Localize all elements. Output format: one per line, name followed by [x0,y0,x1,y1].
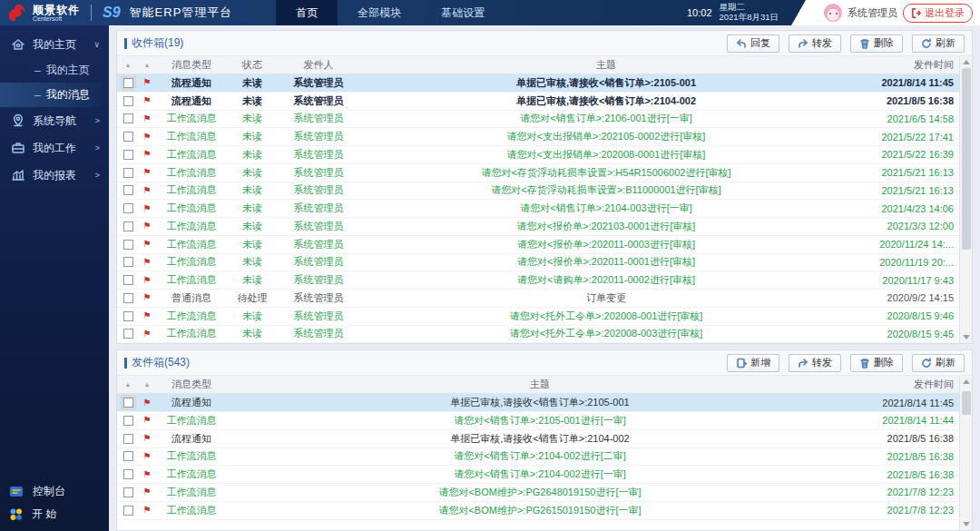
message-row[interactable]: ⚑ 工作流消息 未读 系统管理员 请您对<报价单>:202011-0001进行[… [117,254,959,272]
message-subject[interactable]: 请您对<支出报销单>:202105-0002进行[审核] [360,130,852,143]
message-subject[interactable]: 请您对<销售订单>:2104-003进行[一审] [360,202,852,215]
column-time[interactable]: 发件时间 [852,58,959,72]
scroll-thumb[interactable] [962,391,971,415]
select-all-mark[interactable]: ▲ [117,381,139,388]
message-row[interactable]: ⚑ 工作流消息 未读 系统管理员 请您对<报价单>:202103-0001进行[… [117,218,959,236]
row-checkbox[interactable] [123,469,133,479]
row-checkbox[interactable] [123,293,133,303]
tab-all-modules[interactable]: 全部模块 [338,0,421,25]
new-button[interactable]: 新增 [727,354,779,372]
message-subject[interactable]: 请您对<报价单>:202011-0001进行[审核] [360,255,852,269]
message-subject[interactable]: 单据已审核,请接收<销售订单>:2104-002 [360,94,852,108]
column-sender[interactable]: 发件人 [277,58,360,72]
row-checkbox[interactable] [123,329,133,339]
message-subject[interactable]: 请您对<销售订单>:2105-001进行[一审] [228,414,852,428]
message-row[interactable]: ⚑ 流程通知 未读 系统管理员 单据已审核,请接收<销售订单>:2105-001… [117,74,959,93]
message-subject[interactable]: 单据已审核,请接收<销售订单>:2105-001 [228,396,852,409]
row-checkbox[interactable] [123,240,133,250]
row-checkbox[interactable] [123,398,133,408]
column-subject[interactable]: 主题 [228,378,852,391]
row-checkbox[interactable] [123,113,133,123]
message-subject[interactable]: 请您对<BOM维护>:PG2648019150进行[一审] [228,486,852,499]
scroll-down-icon[interactable] [963,335,970,339]
message-row[interactable]: ⚑ 普通消息 待处理 系统管理员 订单变更 2020/9/2 14:15 [117,290,959,308]
forward-button[interactable]: 转发 [789,34,841,53]
row-checkbox[interactable] [123,416,133,426]
message-subject[interactable]: 请您对<销售订单>:2104-002进行[二审] [228,449,852,463]
row-checkbox[interactable] [123,185,133,195]
tab-home[interactable]: 首页 [276,0,338,25]
row-checkbox[interactable] [123,132,133,142]
message-row[interactable]: ⚑ 工作流消息 未读 系统管理员 请您对<销售订单>:2106-001进行[一审… [117,111,959,129]
outbox-scrollbar[interactable] [959,376,972,530]
row-checkbox[interactable] [123,506,133,516]
sidebar-subitem-my-messages[interactable]: 我的消息 [0,83,109,107]
row-checkbox[interactable] [123,451,133,461]
scroll-up-icon[interactable] [963,60,970,64]
message-row[interactable]: ⚑ 工作流消息 未读 系统管理员 请您对<请购单>:202011-0002进行[… [117,271,959,290]
inbox-scrollbar[interactable] [959,56,972,343]
message-row[interactable]: ⚑ 工作流消息 请您对<BOM维护>:PG2648019150进行[一审] 20… [117,484,959,502]
message-subject[interactable]: 请您对<销售订单>:2104-002进行[一审] [228,467,852,481]
refresh-button[interactable]: 刷新 [912,34,965,53]
priority-column-mark[interactable]: ▲ [139,381,155,388]
message-subject[interactable]: 请您对<报价单>:202011-0003进行[审核] [360,238,852,251]
row-checkbox[interactable] [123,311,133,321]
message-row[interactable]: ⚑ 工作流消息 请您对<销售订单>:2104-002进行[二审] 2021/8/… [117,448,959,467]
column-type[interactable]: 消息类型 [155,378,228,391]
user-avatar[interactable] [824,4,842,22]
select-all-mark[interactable]: ▲ [117,62,139,68]
message-row[interactable]: ⚑ 工作流消息 未读 系统管理员 请您对<支出报销单>:202105-0002进… [117,128,959,146]
message-subject[interactable]: 请您对<请购单>:202011-0002进行[审核] [360,273,852,287]
forward-button[interactable]: 转发 [789,354,841,372]
message-subject[interactable]: 请您对<托外工令单>:202008-001进行[审核] [360,310,852,323]
message-row[interactable]: ⚑ 工作流消息 未读 系统管理员 请您对<报价单>:202011-0003进行[… [117,236,959,254]
row-checkbox[interactable] [123,221,133,231]
row-checkbox[interactable] [123,168,133,178]
scroll-down-icon[interactable] [963,522,970,526]
delete-button[interactable]: 删除 [850,354,903,372]
row-checkbox[interactable] [123,257,133,267]
tab-base-settings[interactable]: 基础设置 [421,0,505,25]
refresh-button[interactable]: 刷新 [912,354,965,372]
row-checkbox[interactable] [123,96,133,106]
logout-button[interactable]: 退出登录 [903,4,973,23]
column-type[interactable]: 消息类型 [155,58,228,72]
message-row[interactable]: ⚑ 工作流消息 请您对<BOM维护>:PG2615019150进行[一审] 20… [117,502,959,520]
message-subject[interactable]: 订单变更 [360,291,852,305]
sidebar-subitem-my-home[interactable]: 我的主页 [0,58,109,83]
column-time[interactable]: 发件时间 [852,378,959,391]
console-button[interactable]: 控制台 [0,480,109,503]
start-button[interactable]: 开 始 [0,503,109,526]
message-row[interactable]: ⚑ 工作流消息 未读 系统管理员 请您对<存货浮动耗损率设置>:H54R1500… [117,164,959,182]
message-row[interactable]: ⚑ 工作流消息 请您对<销售订单>:2105-001进行[一审] 2021/8/… [117,412,959,430]
row-checkbox[interactable] [123,203,133,213]
row-checkbox[interactable] [123,150,133,160]
message-subject[interactable]: 请您对<存货浮动耗损率设置>:H54R15006002进行[审核] [360,166,852,180]
column-status[interactable]: 状态 [228,58,277,72]
message-row[interactable]: ⚑ 工作流消息 请您对<销售订单>:2104-002进行[一审] 2021/8/… [117,466,959,484]
sidebar-item-system-nav[interactable]: 系统导航 > [0,107,109,134]
message-row[interactable]: ⚑ 工作流消息 未读 系统管理员 请您对<存货浮动耗损率设置>:B1100000… [117,182,959,201]
message-row[interactable]: ⚑ 工作流消息 未读 系统管理员 请您对<销售订单>:2104-003进行[一审… [117,200,959,218]
row-checkbox[interactable] [123,275,133,285]
message-subject[interactable]: 请您对<报价单>:202103-0001进行[审核] [360,220,852,233]
row-checkbox[interactable] [123,78,133,88]
message-row[interactable]: ⚑ 工作流消息 未读 系统管理员 请您对<托外工令单>:202008-001进行… [117,308,959,326]
delete-button[interactable]: 删除 [850,34,903,53]
message-subject[interactable]: 单据已审核,请接收<销售订单>:2104-002 [228,432,852,446]
message-subject[interactable]: 请您对<销售订单>:2106-001进行[一审] [360,112,852,125]
priority-column-mark[interactable]: ▲ [139,62,155,68]
message-subject[interactable]: 请您对<托外工令单>:202008-003进行[审核] [360,327,852,340]
reply-button[interactable]: 回复 [727,34,779,53]
row-checkbox[interactable] [123,434,133,444]
message-row[interactable]: ⚑ 工作流消息 未读 系统管理员 请您对<支出报销单>:202008-0001进… [117,146,959,164]
column-subject[interactable]: 主题 [360,58,852,72]
sidebar-item-my-home[interactable]: 我的主页 ∨ [0,31,109,58]
sidebar-item-my-work[interactable]: 我的工作 > [0,134,109,162]
message-row[interactable]: ⚑ 工作流消息 未读 系统管理员 请您对<托外工令单>:202008-003进行… [117,326,959,344]
scroll-up-icon[interactable] [963,379,970,384]
message-subject[interactable]: 请您对<存货浮动耗损率设置>:B11000001进行[审核] [360,183,852,197]
message-row[interactable]: ⚑ 流程通知 单据已审核,请接收<销售订单>:2105-001 2021/8/1… [117,394,959,412]
message-subject[interactable]: 请您对<BOM维护>:PG2615019150进行[一审] [228,504,852,517]
